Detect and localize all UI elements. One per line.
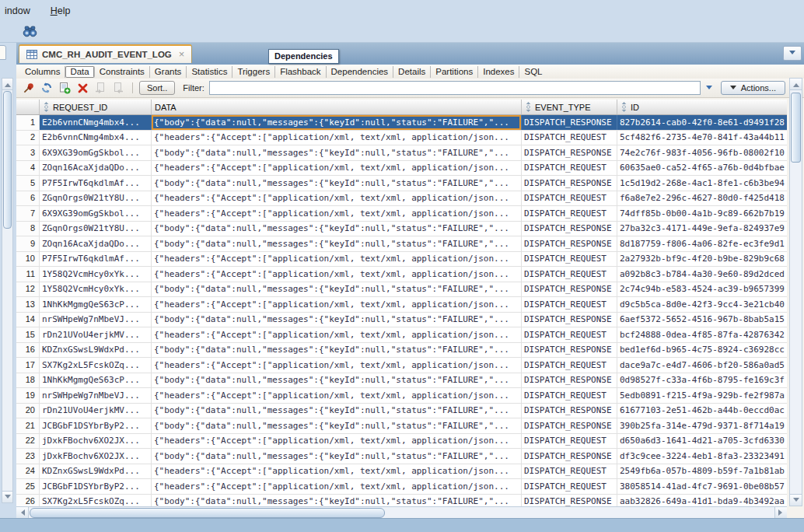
scroll-up-button[interactable]: [2, 79, 12, 90]
cell-data[interactable]: {"body":{"data":null,"messages":{"keyId"…: [152, 282, 522, 297]
cell-data[interactable]: {"headers":{"Accept":["application/xml, …: [152, 388, 522, 403]
table-row[interactable]: 25JCBGbF1DSYbrByP2...{"headers":{"Accept…: [16, 479, 787, 495]
cell-data[interactable]: {"body":{"data":null,"messages":{"keyId"…: [152, 313, 522, 327]
row-number[interactable]: 25: [16, 479, 40, 494]
cell-event-type[interactable]: DISPATCH_REQUEST: [522, 434, 617, 449]
cell-request-id[interactable]: SX7Kg2xL5FcskOZq...: [40, 495, 152, 507]
table-row[interactable]: 181NhKkMgmgQeS63cP...{"body":{"data":nul…: [16, 373, 787, 389]
vertical-scrollbar[interactable]: [789, 78, 802, 506]
cell-id[interactable]: d650a6d3-1641-4d21-a705-3cfd6330: [617, 434, 787, 449]
column-header-data[interactable]: DATA: [152, 100, 522, 114]
cell-id[interactable]: 74dff85b-0b00-4a1b-9c89-662b7b19: [617, 206, 787, 221]
cell-request-id[interactable]: nrSWHpeWg7nMbeVJ...: [40, 388, 152, 403]
row-number[interactable]: 15: [16, 327, 40, 342]
column-header-request-id[interactable]: REQUEST_ID: [40, 100, 152, 114]
cell-id[interactable]: aab32826-649a-41d1-bda9-4b3492aa: [617, 495, 787, 507]
cell-id[interactable]: 6aef5372-5652-4516-967b-8bab5a15: [617, 313, 787, 327]
cell-request-id[interactable]: rDn21UVoU4erjkMV...: [40, 327, 152, 342]
cell-event-type[interactable]: DISPATCH_RESPONSE: [522, 373, 617, 388]
row-number[interactable]: 22: [16, 434, 40, 449]
row-number[interactable]: 1: [16, 115, 40, 130]
row-number[interactable]: 7: [16, 206, 40, 221]
cell-data[interactable]: {"headers":{"Accept":["application/xml, …: [152, 434, 522, 449]
table-row[interactable]: 14nrSWHpeWg7nMbeVJ...{"body":{"data":nul…: [16, 313, 787, 328]
cell-request-id[interactable]: 1Y58Q2VcmHcy0xYk...: [40, 267, 152, 282]
tab-cmc-rh-audit-event-log[interactable]: CMC_RH_AUDIT_EVENT_LOG ×: [19, 44, 192, 63]
cell-data[interactable]: {"body":{"data":null,"messages":{"keyId"…: [152, 343, 522, 358]
row-number[interactable]: 23: [16, 449, 40, 464]
cell-request-id[interactable]: E2b6vnnCNmg4mbx4...: [40, 131, 152, 145]
cell-data[interactable]: {"headers":{"Accept":["application/xml, …: [152, 206, 522, 221]
table-row[interactable]: 15rDn21UVoU4erjkMV...{"headers":{"Accept…: [16, 327, 787, 343]
cell-id[interactable]: 1c5d19d2-268e-4ac1-8fe1-c6b3be94: [617, 176, 787, 191]
row-number[interactable]: 5: [16, 176, 40, 191]
subtab-triggers[interactable]: Triggers: [232, 66, 275, 78]
cell-data[interactable]: {"body":{"data":null,"messages":{"keyId"…: [152, 115, 522, 130]
subtab-indexes[interactable]: Indexes: [478, 66, 519, 78]
scrollbar-thumb[interactable]: [791, 93, 801, 163]
actions-button[interactable]: Actions...: [721, 81, 785, 95]
row-number[interactable]: 12: [16, 282, 40, 297]
cell-request-id[interactable]: SX7Kg2xL5FcskOZq...: [40, 358, 152, 373]
table-row[interactable]: 8ZGqnOrgs0W21tY8U...{"body":{"data":null…: [16, 222, 787, 237]
cell-event-type[interactable]: DISPATCH_REQUEST: [522, 206, 617, 221]
cell-id[interactable]: 827b2614-cab0-42f0-8e61-d9491f28: [617, 115, 787, 130]
cell-request-id[interactable]: 6X9XG39omGgSkbol...: [40, 145, 152, 160]
cell-request-id[interactable]: jDxkFBochv6XO2JX...: [40, 434, 152, 449]
cell-id[interactable]: 60635ae0-ca52-4f65-a76b-0d4bfbae: [617, 161, 787, 176]
cell-id[interactable]: bcf24888-0dea-4f85-87fa-42876342: [617, 327, 787, 342]
cell-event-type[interactable]: DISPATCH_REQUEST: [522, 479, 617, 494]
table-row[interactable]: 26SX7Kg2xL5FcskOZq...{"body":{"data":nul…: [16, 495, 787, 507]
table-row[interactable]: 19nrSWHpeWg7nMbeVJ...{"headers":{"Accept…: [16, 388, 787, 404]
cell-event-type[interactable]: DISPATCH_RESPONSE: [522, 343, 617, 358]
cell-data[interactable]: {"body":{"data":null,"messages":{"keyId"…: [152, 373, 522, 388]
subtab-dependencies[interactable]: Dependencies: [327, 66, 394, 78]
delete-row-button[interactable]: [75, 81, 90, 95]
table-row[interactable]: 10P7F5IrwT6qkdlmAf...{"headers":{"Accept…: [16, 252, 787, 268]
left-panel-scrollbar[interactable]: [2, 78, 13, 503]
subtab-columns[interactable]: Columns: [20, 66, 65, 78]
cell-request-id[interactable]: ZGqnOrgs0W21tY8U...: [40, 191, 152, 206]
cell-id[interactable]: 0d98527f-c33a-4f6b-8795-fe169c3f: [617, 373, 787, 388]
row-number[interactable]: 20: [16, 404, 40, 418]
cell-id[interactable]: 2a27932b-bf9c-4f20-b9be-829b9c68: [617, 252, 787, 267]
cell-data[interactable]: {"body":{"data":null,"messages":{"keyId"…: [152, 236, 522, 251]
search-button[interactable]: [20, 23, 39, 40]
pin-button[interactable]: [21, 81, 37, 95]
cell-id[interactable]: 2549fb6a-057b-4809-b59f-7a1b81ab: [617, 464, 787, 479]
cell-data[interactable]: {"headers":{"Accept":["application/xml, …: [152, 297, 522, 312]
cell-event-type[interactable]: DISPATCH_REQUEST: [522, 464, 617, 479]
tab-close-icon[interactable]: ×: [179, 51, 185, 58]
table-row[interactable]: 22jDxkFBochv6XO2JX...{"headers":{"Accept…: [16, 434, 787, 450]
cell-request-id[interactable]: KDZnxGSwsL9WdxPd...: [40, 343, 152, 358]
cell-id[interactable]: d9c5b5ca-8d0e-42f3-9cc4-3e21cb40: [617, 297, 787, 312]
cell-data[interactable]: {"headers":{"Accept":["application/xml, …: [152, 464, 522, 479]
cell-request-id[interactable]: ZGqnOrgs0W21tY8U...: [40, 222, 152, 236]
table-row[interactable]: 131NhKkMgmgQeS63cP...{"headers":{"Accept…: [16, 297, 787, 313]
table-row[interactable]: 1E2b6vnnCNmg4mbx4...{"body":{"data":null…: [16, 115, 787, 131]
row-number[interactable]: 21: [16, 418, 40, 433]
cell-event-type[interactable]: DISPATCH_RESPONSE: [522, 145, 617, 160]
cell-data[interactable]: {"headers":{"Accept":["application/xml, …: [152, 252, 522, 267]
scroll-down-button[interactable]: [790, 494, 802, 506]
subtab-data[interactable]: Data: [65, 66, 94, 78]
row-number[interactable]: 2: [16, 131, 40, 145]
cell-event-type[interactable]: DISPATCH_REQUEST: [522, 161, 617, 176]
cell-id[interactable]: 38058514-41ad-4fc7-9691-0be08b57: [617, 479, 787, 494]
insert-row-button[interactable]: [57, 81, 72, 95]
cell-data[interactable]: {"body":{"data":null,"messages":{"keyId"…: [152, 495, 522, 507]
table-row[interactable]: 111Y58Q2VcmHcy0xYk...{"headers":{"Accept…: [16, 267, 787, 282]
row-number[interactable]: 16: [16, 343, 40, 358]
row-number[interactable]: 6: [16, 191, 40, 206]
cell-request-id[interactable]: KDZnxGSwsL9WdxPd...: [40, 464, 152, 479]
row-number[interactable]: 14: [16, 313, 40, 327]
row-number[interactable]: 13: [16, 297, 40, 312]
table-row[interactable]: 36X9XG39omGgSkbol...{"body":{"data":null…: [16, 145, 787, 161]
refresh-button[interactable]: [39, 81, 54, 95]
sort-button[interactable]: Sort..: [139, 81, 175, 95]
cell-id[interactable]: 27ba32c3-4171-449e-9efa-824937e9: [617, 222, 787, 236]
cell-event-type[interactable]: DISPATCH_RESPONSE: [522, 282, 617, 297]
cell-data[interactable]: {"body":{"data":null,"messages":{"keyId"…: [152, 222, 522, 236]
subtab-constraints[interactable]: Constraints: [95, 66, 150, 78]
cell-event-type[interactable]: DISPATCH_REQUEST: [522, 267, 617, 282]
